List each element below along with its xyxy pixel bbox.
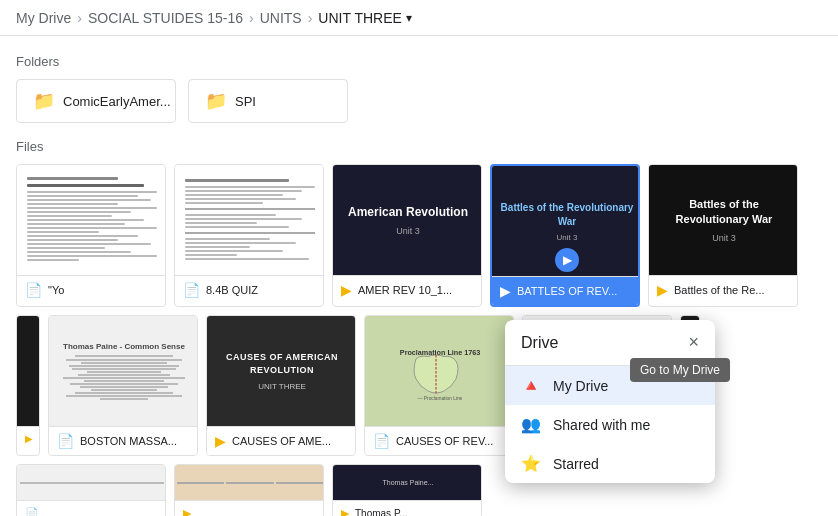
drive-popup-title: Drive xyxy=(521,334,558,352)
breadcrumb-sep-3: › xyxy=(308,10,313,26)
file-footer-row3-2: ▶ xyxy=(175,500,323,516)
file-thumb-partial xyxy=(17,316,40,426)
folder-name: ComicEarlyAmer... xyxy=(63,94,171,109)
docs-icon-2: 📄 xyxy=(183,282,200,298)
file-card-quiz[interactable]: 📄 8.4B QUIZ xyxy=(174,164,324,307)
breadcrumb: My Drive › SOCIAL STUIDES 15-16 › UNITS … xyxy=(0,0,838,36)
file-card-battles-dark[interactable]: Battles of theRevolutionary War Unit 3 ▶… xyxy=(648,164,798,307)
slides-icon: ▶ xyxy=(341,282,352,298)
slides-icon-2: ▶ xyxy=(500,283,511,299)
slides-icon-4: ▶ xyxy=(25,433,33,444)
file-thumb-boston: Thomas Paine - Common Sense xyxy=(49,316,198,426)
file-footer-amerrev: ▶ AMER REV 10_1... xyxy=(333,275,481,304)
file-thumb-amerrev: American Revolution Unit 3 xyxy=(333,165,482,275)
file-card-row3-2[interactable]: ▶ xyxy=(174,464,324,516)
tooltip: Go to My Drive xyxy=(630,358,730,382)
docs-icon-4: 📄 xyxy=(373,433,390,449)
folders-label: Folders xyxy=(16,54,822,69)
folder-name-2: SPI xyxy=(235,94,256,109)
breadcrumb-current[interactable]: UNIT THREE ▾ xyxy=(318,10,412,26)
file-footer-causes-ame: ▶ CAUSES OF AME... xyxy=(207,426,355,455)
drive-popup: Drive × 🔺 My Drive 👥 Shared with me ⭐ St… xyxy=(505,320,715,483)
file-card-amerrev[interactable]: American Revolution Unit 3 ▶ AMER REV 10… xyxy=(332,164,482,307)
slides-icon-8: ▶ xyxy=(341,507,349,516)
file-label-causes-ame: CAUSES OF AME... xyxy=(232,435,331,447)
docs-icon-3: 📄 xyxy=(57,433,74,449)
breadcrumb-sep-2: › xyxy=(249,10,254,26)
file-card-partial[interactable]: ▶ xyxy=(16,315,40,456)
drive-popup-label-starred: Starred xyxy=(553,456,599,472)
svg-text:— Proclamation Line: — Proclamation Line xyxy=(418,396,463,401)
file-thumb-row3-3: Thomas Paine... xyxy=(333,465,482,500)
people-icon: 👥 xyxy=(521,415,541,434)
file-card-battles-blue[interactable]: Battles of the Revolutionary War Unit 3 … xyxy=(490,164,640,307)
file-label-battles-blue: BATTLES OF REV... xyxy=(517,285,617,297)
file-thumb-battles-dark: Battles of theRevolutionary War Unit 3 xyxy=(649,165,798,275)
file-label-amerrev: AMER REV 10_1... xyxy=(358,284,452,296)
file-card-row3-1[interactable]: 📄 xyxy=(16,464,166,516)
file-card-causes-rev[interactable]: Proclamation Line 1763 — Proclamation Li… xyxy=(364,315,514,456)
folders-row: 📁 ComicEarlyAmer... 📁 SPI xyxy=(16,79,822,123)
breadcrumb-social[interactable]: SOCIAL STUIDES 15-16 xyxy=(88,10,243,26)
file-card-causes-ame[interactable]: CAUSES OF AMERICAN REVOLUTION UNIT THREE… xyxy=(206,315,356,456)
folder-item-comicearly[interactable]: 📁 ComicEarlyAmer... xyxy=(16,79,176,123)
file-label-row3-3: Thomas P... xyxy=(355,508,408,516)
breadcrumb-mydrive[interactable]: My Drive xyxy=(16,10,71,26)
file-card-row3-3[interactable]: Thomas Paine... ▶ Thomas P... xyxy=(332,464,482,516)
slides-icon-7: ▶ xyxy=(183,507,191,516)
file-label-quiz: 8.4B QUIZ xyxy=(206,284,258,296)
drive-popup-label-shared: Shared with me xyxy=(553,417,650,433)
file-card-yo[interactable]: 📄 "Yo xyxy=(16,164,166,307)
file-label-battles-dark: Battles of the Re... xyxy=(674,284,765,296)
folder-icon-2: 📁 xyxy=(205,90,227,112)
breadcrumb-sep-1: › xyxy=(77,10,82,26)
docs-icon: 📄 xyxy=(25,282,42,298)
file-footer-battles-blue: ▶ BATTLES OF REV... xyxy=(492,276,638,305)
file-footer-boston: 📄 BOSTON MASSA... xyxy=(49,426,197,455)
star-icon: ⭐ xyxy=(521,454,541,473)
slides-icon-3: ▶ xyxy=(657,282,668,298)
file-footer-row3-1: 📄 xyxy=(17,500,165,516)
drive-popup-item-shared[interactable]: 👥 Shared with me xyxy=(505,405,715,444)
file-footer-partial: ▶ xyxy=(17,426,39,450)
file-footer-battles-dark: ▶ Battles of the Re... xyxy=(649,275,797,304)
file-label-boston: BOSTON MASSA... xyxy=(80,435,177,447)
file-footer-row3-3: ▶ Thomas P... xyxy=(333,500,481,516)
file-card-boston[interactable]: Thomas Paine - Common Sense xyxy=(48,315,198,456)
folder-icon: 📁 xyxy=(33,90,55,112)
slides-icon-5: ▶ xyxy=(215,433,226,449)
file-thumb-yo xyxy=(17,165,166,275)
files-label: Files xyxy=(16,139,822,154)
drive-icon: 🔺 xyxy=(521,376,541,395)
drive-popup-item-starred[interactable]: ⭐ Starred xyxy=(505,444,715,483)
breadcrumb-units[interactable]: UNITS xyxy=(260,10,302,26)
file-thumb-quiz xyxy=(175,165,324,275)
folder-item-spi[interactable]: 📁 SPI xyxy=(188,79,348,123)
file-footer-yo: 📄 "Yo xyxy=(17,275,165,304)
docs-icon-6: 📄 xyxy=(25,507,39,516)
drive-popup-label-mydrive: My Drive xyxy=(553,378,608,394)
file-thumb-causes-rev: Proclamation Line 1763 — Proclamation Li… xyxy=(365,316,514,426)
file-footer-causes-rev: 📄 CAUSES OF REV... xyxy=(365,426,513,455)
file-thumb-row3-2 xyxy=(175,465,324,500)
file-footer-quiz: 📄 8.4B QUIZ xyxy=(175,275,323,304)
file-thumb-battles-blue: Battles of the Revolutionary War Unit 3 … xyxy=(492,166,640,276)
file-label-yo: "Yo xyxy=(48,284,64,296)
file-thumb-row3-1 xyxy=(17,465,166,500)
file-label-causes-rev: CAUSES OF REV... xyxy=(396,435,493,447)
drive-popup-close[interactable]: × xyxy=(688,332,699,353)
file-thumb-causes-ame: CAUSES OF AMERICAN REVOLUTION UNIT THREE xyxy=(207,316,356,426)
